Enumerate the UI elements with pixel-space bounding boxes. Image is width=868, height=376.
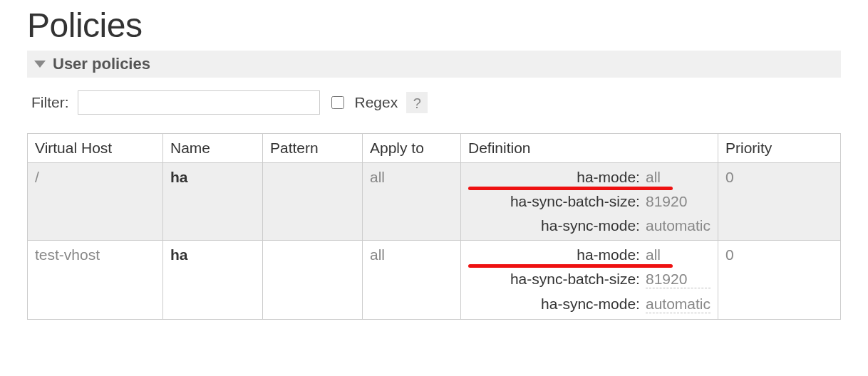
regex-checkbox[interactable] [331,96,344,109]
definition-value: 81920 [646,271,711,288]
section-label: User policies [53,55,150,73]
cell-priority: 0 [725,246,734,263]
help-button[interactable]: ? [406,92,428,113]
col-priority[interactable]: Priority [718,134,841,163]
col-definition[interactable]: Definition [461,134,718,163]
page-title: Policies [27,6,841,45]
col-apply-to[interactable]: Apply to [363,134,461,163]
table-row[interactable]: test-vhosthaallha-mode:allha-sync-batch-… [28,241,841,320]
definition-key: ha-mode: [468,169,640,186]
policies-table: Virtual Host Name Pattern Apply to Defin… [27,133,841,320]
col-pattern[interactable]: Pattern [263,134,363,163]
cell-vhost: test-vhost [35,246,100,263]
definition-key: ha-sync-batch-size: [468,271,640,288]
cell-apply-to: all [370,246,385,263]
table-row[interactable]: /haallha-mode:allha-sync-batch-size:8192… [28,163,841,241]
cell-vhost: / [35,169,39,185]
cell-apply-to: all [370,169,385,185]
col-name[interactable]: Name [163,134,263,163]
definition-key: ha-sync-batch-size: [468,193,640,210]
definition-value: all [646,169,711,186]
definition-value: 81920 [646,193,711,210]
cell-name: ha [170,169,188,185]
cell-name: ha [170,246,188,263]
regex-label: Regex [355,94,398,111]
definition-value: automatic [646,296,711,313]
section-user-policies[interactable]: User policies [27,51,841,78]
filter-label: Filter: [31,94,69,111]
filter-input[interactable] [78,90,320,115]
definition-key: ha-sync-mode: [468,217,640,234]
definition-value: all [646,246,711,263]
col-virtual-host[interactable]: Virtual Host [28,134,163,163]
definition-value: automatic [646,217,711,234]
definition-key: ha-mode: [468,246,640,263]
cell-priority: 0 [725,169,734,185]
definition-key: ha-sync-mode: [468,296,640,313]
chevron-down-icon [34,61,46,68]
